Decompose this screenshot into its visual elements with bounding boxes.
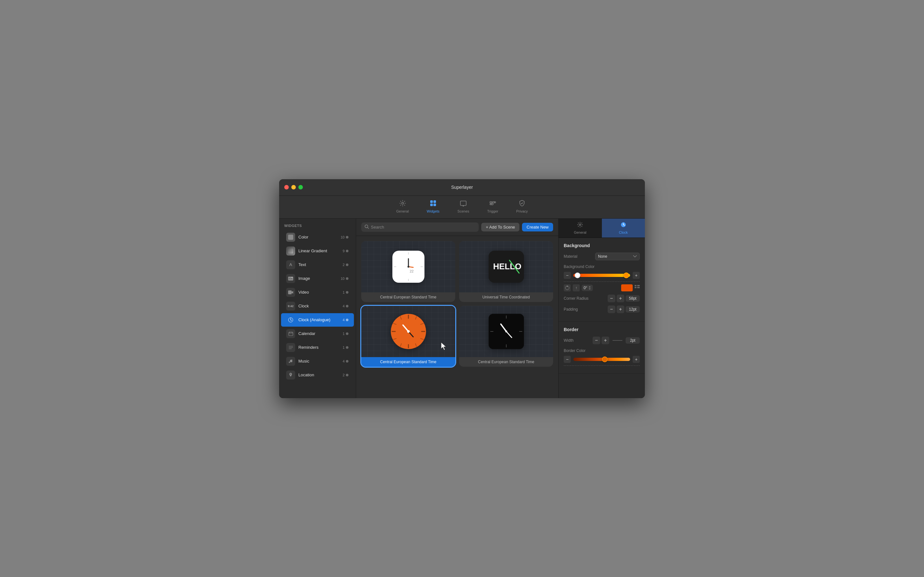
svg-point-80 — [580, 224, 581, 226]
add-to-scene-button[interactable]: + Add To Scene — [481, 223, 519, 231]
svg-rect-13 — [288, 235, 293, 240]
toolbar-label-scenes: Scenes — [457, 210, 469, 213]
material-select[interactable]: None — [595, 253, 640, 260]
sidebar-item-image[interactable]: Image 10 — [281, 272, 354, 285]
bg-color-plus[interactable]: + — [633, 272, 640, 279]
svg-point-38 — [291, 361, 292, 362]
toolbar-label-trigger: Trigger — [487, 210, 498, 213]
color-swatch[interactable] — [621, 284, 633, 292]
sidebar-count-text: 2 — [342, 263, 349, 267]
right-panel: General Clock Background — [558, 219, 645, 398]
search-input[interactable] — [371, 225, 475, 229]
maximize-button[interactable] — [298, 185, 303, 189]
toolbar-item-general[interactable]: General — [393, 198, 413, 214]
sidebar-label-reminders: Reminders — [298, 345, 342, 350]
create-new-button[interactable]: Create New — [522, 223, 553, 231]
sidebar-label-color: Color — [298, 235, 341, 239]
widget-card-4[interactable]: Central European Standard Time — [459, 306, 553, 367]
widget-card-3[interactable]: Central European Standard Time — [361, 306, 455, 367]
svg-point-39 — [346, 360, 349, 363]
panel-tab-clock[interactable]: Clock — [602, 219, 645, 237]
background-title: Background — [564, 243, 640, 248]
toolbar-item-privacy[interactable]: Privacy — [512, 198, 531, 214]
search-input-wrap[interactable] — [361, 222, 479, 232]
border-color-label: Border Color — [564, 348, 586, 353]
clock-orange-widget — [391, 314, 426, 349]
svg-text:22: 22 — [410, 269, 414, 273]
sidebar-item-video[interactable]: Video 1 — [281, 285, 354, 299]
sidebar-count-reminders: 1 — [342, 346, 349, 350]
toolbar-item-widgets[interactable]: Widgets — [423, 198, 443, 214]
sidebar-item-text[interactable]: A Text 2 — [281, 258, 354, 271]
search-icon — [365, 224, 369, 230]
svg-rect-5 — [460, 201, 466, 205]
sidebar-count-music: 4 — [342, 359, 349, 363]
widget-card-1[interactable]: 22 Central European Standard Time — [361, 241, 455, 302]
border-color-plus[interactable]: + — [633, 356, 640, 363]
clock-analogue-icon — [286, 316, 295, 324]
angle-value[interactable]: 0° — [582, 285, 593, 291]
toolbar: General Widgets Scenes — [279, 196, 645, 219]
border-color-minus[interactable]: − — [564, 356, 571, 363]
sidebar-item-clock[interactable]: 9:42 Clock 4 — [281, 300, 354, 313]
svg-point-12 — [490, 203, 491, 205]
corner-radius-row: Corner Radius − + 58pt — [564, 295, 640, 302]
corner-radius-plus[interactable]: + — [617, 295, 624, 302]
border-width-value: 2pt — [626, 337, 640, 343]
traffic-lights — [284, 185, 303, 189]
svg-rect-88 — [637, 285, 640, 286]
toolbar-item-trigger[interactable]: Trigger — [483, 198, 502, 214]
minimize-button[interactable] — [291, 185, 296, 189]
close-button[interactable] — [284, 185, 289, 189]
toolbar-item-scenes[interactable]: Scenes — [454, 198, 473, 214]
background-section: Background Material None Background Colo… — [559, 238, 645, 322]
svg-point-40 — [290, 374, 291, 374]
calendar-icon — [286, 329, 295, 338]
svg-rect-90 — [637, 287, 640, 288]
bg-slider-thumb-right[interactable] — [624, 272, 629, 278]
widget-label-3: Central European Standard Time — [361, 357, 455, 367]
sidebar-item-calendar[interactable]: Calendar 1 — [281, 327, 354, 340]
border-width-minus[interactable]: − — [593, 337, 600, 344]
panel-tab-general[interactable]: General — [559, 219, 602, 237]
right-panel-tabs: General Clock — [559, 219, 645, 238]
widget-preview-1: 22 — [361, 241, 455, 292]
svg-point-19 — [291, 277, 292, 278]
angle-direction-icon[interactable] — [564, 284, 571, 292]
angle-up-icon[interactable]: ↑ — [573, 284, 580, 292]
bg-slider-thumb-left[interactable] — [575, 272, 580, 278]
sidebar: Widgets Color 10 Linear Gradient 9 — [279, 219, 356, 398]
corner-radius-label: Corner Radius — [564, 296, 593, 301]
svg-point-79 — [505, 330, 507, 332]
sidebar-label-image: Image — [298, 276, 341, 281]
svg-point-16 — [346, 250, 349, 252]
bg-color-minus[interactable]: − — [564, 272, 571, 279]
svg-point-22 — [346, 291, 349, 293]
border-color-slider-row: − + — [564, 356, 640, 363]
padding-plus[interactable]: + — [617, 306, 624, 313]
widget-label-4: Central European Standard Time — [459, 357, 553, 367]
sidebar-item-location[interactable]: Location 2 — [281, 368, 354, 382]
border-slider-thumb[interactable] — [602, 356, 607, 362]
sidebar-count-image: 10 — [341, 277, 349, 280]
svg-point-41 — [346, 374, 349, 376]
angle-text: 0° — [583, 285, 587, 290]
grid-view-icon[interactable] — [635, 285, 640, 290]
sidebar-item-linear-gradient[interactable]: Linear Gradient 9 — [281, 244, 354, 258]
sidebar-item-color[interactable]: Color 10 — [281, 230, 354, 244]
border-width-plus[interactable]: + — [602, 337, 609, 344]
svg-line-43 — [368, 227, 369, 229]
sidebar-count-gradient: 9 — [342, 249, 349, 253]
sidebar-item-clock-analogue[interactable]: Clock (Analogue) 4 — [281, 313, 354, 327]
angle-row: ↑ 0° — [564, 284, 640, 292]
sidebar-item-music[interactable]: Music 4 — [281, 355, 354, 368]
material-row: Material None — [564, 253, 640, 260]
music-icon — [286, 357, 295, 366]
widget-card-2[interactable]: HELLO Universal Time Coordinated — [459, 241, 553, 302]
corner-radius-value: 58pt — [626, 295, 640, 301]
material-value: None — [598, 254, 607, 259]
widgets-icon — [430, 200, 437, 208]
corner-radius-minus[interactable]: − — [607, 295, 615, 302]
sidebar-item-reminders[interactable]: Reminders 1 — [281, 341, 354, 354]
padding-minus[interactable]: − — [607, 306, 615, 313]
